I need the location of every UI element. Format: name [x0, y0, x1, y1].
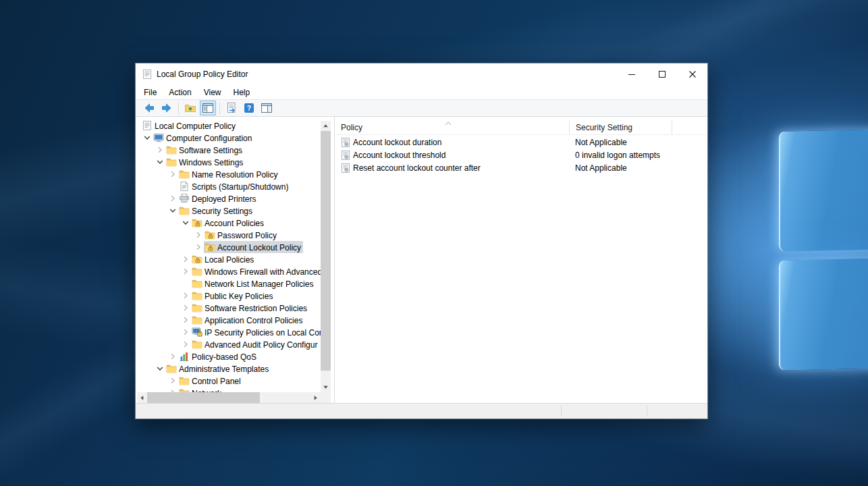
tree-node[interactable]: Software Restriction Policies	[191, 302, 309, 314]
tree-item-deployed-printers[interactable]: Deployed Printers	[137, 192, 321, 205]
tree-node[interactable]: Control Panel	[178, 375, 243, 387]
chevron-collapsed-icon[interactable]	[180, 254, 191, 265]
tree-item-public-key-policies[interactable]: Public Key Policies	[137, 290, 321, 302]
tree-item-ip-security-policies-on-local-con[interactable]: IP Security Policies on Local Con	[137, 326, 321, 338]
tree-item-label[interactable]: Network List Manager Policies	[205, 279, 313, 289]
tree-item-password-policy[interactable]: Password Policy	[137, 229, 321, 241]
tree-item-account-policies[interactable]: Account Policies	[137, 217, 321, 229]
back-button[interactable]	[141, 101, 157, 115]
tree-item-local-policies[interactable]: Local Policies	[137, 253, 321, 265]
chevron-collapsed-icon[interactable]	[180, 302, 191, 313]
tree-node[interactable]: Administrative Templates	[165, 362, 271, 375]
close-button[interactable]	[677, 63, 707, 85]
tree-item-label[interactable]: Application Control Policies	[205, 315, 302, 325]
vertical-scroll-thumb[interactable]	[321, 131, 331, 371]
tree-item-label[interactable]: Deployed Printers	[192, 194, 256, 204]
tree-item-policy-based-qos[interactable]: Policy-based QoS	[137, 350, 321, 362]
menu-action[interactable]: Action	[163, 85, 197, 99]
show-console-tree-button[interactable]	[200, 101, 216, 115]
tree-selection[interactable]: Account Lockout Policy	[204, 241, 303, 253]
chevron-expanded-icon[interactable]	[141, 132, 153, 143]
scroll-up-button[interactable]	[321, 121, 331, 131]
chevron-collapsed-icon[interactable]	[180, 327, 191, 338]
chevron-collapsed-icon[interactable]	[167, 193, 178, 204]
policy-name[interactable]: Account lockout threshold	[353, 151, 575, 160]
menu-help[interactable]: Help	[227, 85, 256, 99]
titlebar[interactable]: Local Group Policy Editor	[136, 63, 707, 85]
chevron-collapsed-icon[interactable]	[180, 290, 191, 301]
tree-item-label[interactable]: Administrative Templates	[179, 364, 269, 374]
chevron-collapsed-icon[interactable]	[154, 144, 165, 155]
tree-item-label[interactable]: Password Policy	[217, 230, 277, 240]
menu-view[interactable]: View	[198, 85, 227, 99]
tree-horizontal-scrollbar[interactable]	[137, 392, 321, 403]
tree-node[interactable]: Public Key Policies	[191, 290, 275, 302]
tree-item-administrative-templates[interactable]: Administrative Templates	[137, 362, 321, 375]
tree-item-control-panel[interactable]: Control Panel	[137, 375, 321, 387]
tree-node[interactable]: Name Resolution Policy	[178, 168, 279, 180]
column-header-policy[interactable]: Policy	[335, 121, 570, 134]
tree-node[interactable]: Policy-based QoS	[178, 350, 259, 362]
tree-item-label[interactable]: Name Resolution Policy	[192, 169, 277, 180]
tree-item-advanced-audit-policy-configur[interactable]: Advanced Audit Policy Configur	[137, 338, 321, 350]
tree-node[interactable]: Local Computer Policy	[141, 119, 238, 132]
scroll-down-button[interactable]	[321, 382, 331, 392]
tree-item-software-restriction-policies[interactable]: Software Restriction Policies	[137, 302, 321, 314]
chevron-collapsed-icon[interactable]	[180, 315, 191, 325]
policy-name[interactable]: Account lockout duration	[353, 138, 575, 147]
tree-node[interactable]: Local Policies	[191, 253, 256, 265]
column-header-security-setting[interactable]: Security Setting	[570, 121, 672, 134]
up-one-level-button[interactable]	[182, 101, 198, 115]
tree-vertical-scrollbar[interactable]	[321, 121, 331, 392]
policy-name[interactable]: Reset account lockout counter after	[353, 163, 575, 173]
tree-item-application-control-policies[interactable]: Application Control Policies	[137, 314, 321, 326]
tree-node[interactable]: Computer Configuration	[153, 132, 254, 144]
minimize-button[interactable]	[616, 63, 647, 85]
forward-button[interactable]	[159, 101, 175, 115]
tree-node[interactable]: Scripts (Startup/Shutdown)	[178, 180, 290, 192]
tree-item-label[interactable]: Account Policies	[205, 218, 264, 228]
policy-row-account-lockout-duration[interactable]: Account lockout durationNot Applicable	[335, 136, 707, 148]
chevron-collapsed-icon[interactable]	[180, 339, 191, 350]
tree-item-windows-firewall-with-advanced[interactable]: Windows Firewall with Advanced	[137, 265, 321, 277]
tree-item-local-computer-policy[interactable]: Local Computer Policy	[137, 119, 321, 132]
tree-item-security-settings[interactable]: Security Settings	[137, 205, 321, 217]
scroll-right-button[interactable]	[310, 392, 321, 403]
tree-item-network[interactable]: Network	[137, 387, 321, 392]
tree-node[interactable]: IP Security Policies on Local Con	[191, 326, 321, 338]
tree-node[interactable]: Application Control Policies	[191, 314, 304, 326]
tree-node[interactable]: Deployed Printers	[178, 192, 258, 205]
tree-node[interactable]: Windows Firewall with Advanced	[191, 265, 321, 277]
tree-node[interactable]: Network List Manager Policies	[191, 277, 315, 290]
tree-item-label[interactable]: IP Security Policies on Local Con	[205, 327, 321, 338]
tree-node[interactable]: Security Settings	[178, 205, 254, 217]
tree-item-label[interactable]: Public Key Policies	[205, 291, 273, 301]
chevron-expanded-icon[interactable]	[154, 363, 165, 374]
tree-item-label[interactable]: Local Policies	[205, 254, 254, 265]
tree-node[interactable]: Software Settings	[165, 144, 244, 156]
chevron-expanded-icon[interactable]	[167, 205, 178, 216]
chevron-collapsed-icon[interactable]	[167, 387, 178, 392]
show-action-pane-button[interactable]	[259, 101, 275, 115]
tree-item-label[interactable]: Windows Settings	[179, 157, 243, 167]
maximize-button[interactable]	[647, 63, 677, 85]
chevron-collapsed-icon[interactable]	[167, 351, 178, 362]
tree-item-label[interactable]: Computer Configuration	[166, 133, 252, 143]
policy-row-reset-account-lockout-counter-after[interactable]: Reset account lockout counter afterNot A…	[335, 161, 707, 174]
tree-item-label[interactable]: Policy-based QoS	[192, 352, 256, 362]
tree-item-label[interactable]: Control Panel	[192, 376, 241, 386]
scroll-left-button[interactable]	[137, 392, 147, 403]
chevron-collapsed-icon[interactable]	[192, 230, 204, 240]
tree-node[interactable]: Advanced Audit Policy Configur	[191, 338, 319, 350]
tree-item-label[interactable]: Windows Firewall with Advanced	[205, 267, 321, 277]
tree-item-label[interactable]: Advanced Audit Policy Configur	[205, 340, 317, 350]
tree-item-label[interactable]: Account Lockout Policy	[217, 242, 301, 252]
chevron-collapsed-icon[interactable]	[180, 266, 191, 277]
chevron-expanded-icon[interactable]	[180, 217, 191, 228]
tree-item-name-resolution-policy[interactable]: Name Resolution Policy	[137, 168, 321, 180]
chevron-collapsed-icon[interactable]	[167, 375, 178, 386]
tree-node[interactable]: Account Policies	[191, 217, 266, 229]
tree-item-computer-configuration[interactable]: Computer Configuration	[137, 132, 321, 144]
chevron-collapsed-icon[interactable]	[167, 169, 178, 180]
help-button[interactable]: ?	[241, 101, 257, 115]
